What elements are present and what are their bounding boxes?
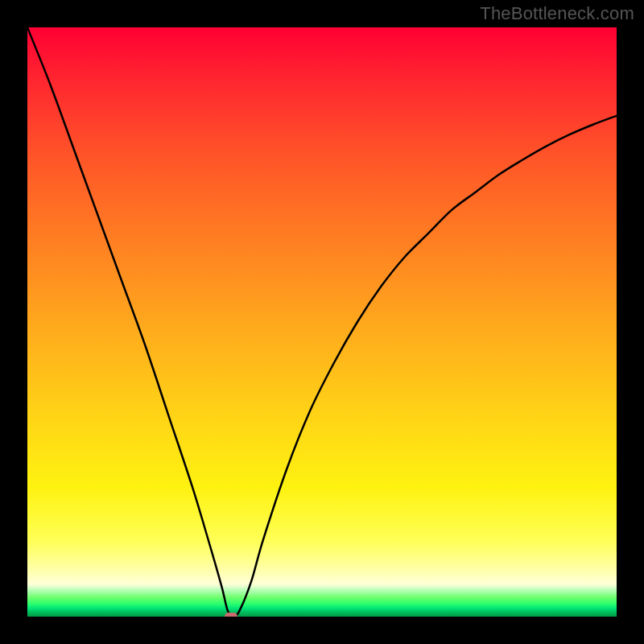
bottleneck-curve [27, 27, 617, 617]
watermark-text: TheBottleneck.com [480, 3, 634, 24]
plot-area [27, 27, 617, 617]
chart-frame: TheBottleneck.com [0, 0, 644, 644]
minimum-point-marker [225, 613, 237, 617]
